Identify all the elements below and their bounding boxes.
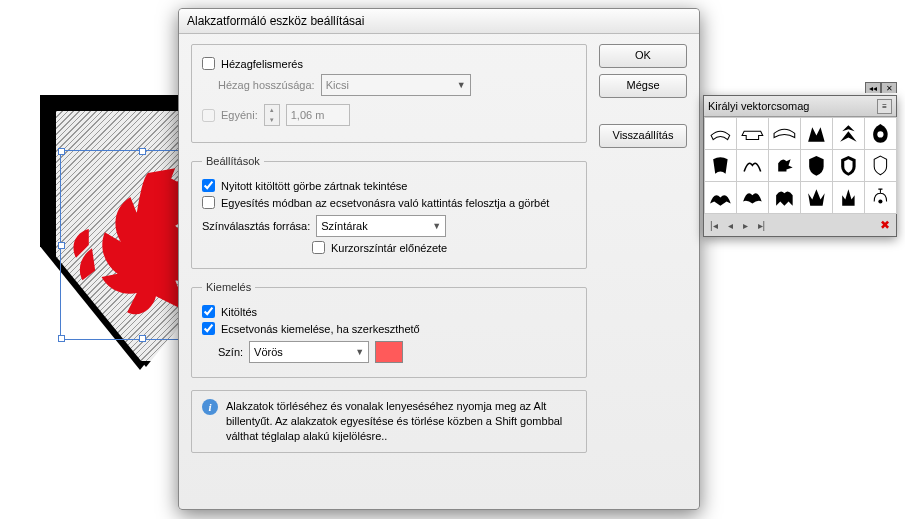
svg-point-1 [878,199,882,203]
highlight-fill-checkbox[interactable] [202,305,215,318]
symbol-item[interactable] [768,117,801,150]
symbols-panel: Királyi vektorcsomag ≡ |◂ ◂ ▸ ▸| [703,95,897,237]
gap-custom-field[interactable]: 1,06 m [286,104,350,126]
gap-length-value: Kicsi [326,79,349,91]
gap-custom-label: Egyéni: [221,109,258,121]
prev-icon[interactable]: ◂ [728,220,733,231]
symbol-item[interactable] [736,149,769,182]
info-icon: i [202,399,218,415]
gap-detect-label: Hézagfelismerés [221,58,303,70]
symbol-item[interactable] [704,181,737,214]
info-box: i Alakzatok törléséhez és vonalak lenyes… [191,390,587,453]
symbol-item[interactable] [768,149,801,182]
symbol-item[interactable] [832,117,865,150]
symbol-item[interactable] [736,117,769,150]
info-text: Alakzatok törléséhez és vonalak lenyesés… [226,399,576,444]
first-icon[interactable]: |◂ [710,220,718,231]
symbol-item[interactable] [704,149,737,182]
gap-length-combo[interactable]: Kicsi ▼ [321,74,471,96]
symbol-item[interactable] [736,181,769,214]
color-source-label: Színválasztás forrása: [202,220,310,232]
symbol-item[interactable] [864,181,897,214]
symbol-item[interactable] [800,181,833,214]
settings-group: Beállítások Nyitott kitöltött görbe zárt… [191,155,587,269]
symbol-item[interactable] [768,181,801,214]
gap-length-label: Hézag hosszúsága: [218,79,315,91]
ok-button[interactable]: OK [599,44,687,68]
last-icon[interactable]: ▸| [758,220,766,231]
reset-button[interactable]: Visszaállítás [599,124,687,148]
highlight-fill-label: Kitöltés [221,306,257,318]
panel-close-icon[interactable]: ✕ [881,82,897,93]
gap-group: Hézagfelismerés Hézag hosszúsága: Kicsi … [191,44,587,143]
symbol-item[interactable] [800,149,833,182]
highlight-color-label: Szín: [218,346,243,358]
shape-builder-options-dialog: Alakzatformáló eszköz beállításai Hézagf… [178,8,700,510]
symbol-item[interactable] [832,181,865,214]
panel-tab-strip: ◂◂ ✕ [865,82,897,93]
next-icon[interactable]: ▸ [743,220,748,231]
cancel-button[interactable]: Mégse [599,74,687,98]
highlight-color-value: Vörös [254,346,283,358]
highlight-color-swatch[interactable] [375,341,403,363]
color-source-value: Színtárak [321,220,367,232]
color-source-combo[interactable]: Színtárak ▼ [316,215,446,237]
merge-split-checkbox[interactable] [202,196,215,209]
cursor-preview-label: Kurzorszíntár előnézete [331,242,447,254]
gap-custom-stepper[interactable]: ▲▼ [264,104,280,126]
symbol-item[interactable] [832,149,865,182]
chevron-down-icon: ▼ [457,80,466,90]
panel-header[interactable]: Királyi vektorcsomag ≡ [704,96,896,117]
chevron-down-icon: ▼ [432,221,441,231]
symbol-item[interactable] [800,117,833,150]
highlight-color-combo[interactable]: Vörös ▼ [249,341,369,363]
panel-title: Királyi vektorcsomag [708,100,809,112]
settings-legend: Beállítások [202,155,264,167]
delete-icon[interactable]: ✖ [880,218,890,232]
gap-custom-checkbox[interactable] [202,109,215,122]
panel-collapse-icon[interactable]: ◂◂ [865,82,881,93]
cursor-preview-checkbox[interactable] [312,241,325,254]
highlight-legend: Kiemelés [202,281,255,293]
gap-detect-checkbox[interactable] [202,57,215,70]
svg-point-0 [877,131,883,137]
highlight-stroke-checkbox[interactable] [202,322,215,335]
dialog-title[interactable]: Alakzatformáló eszköz beállításai [179,9,699,34]
highlight-stroke-label: Ecsetvonás kiemelése, ha szerkeszthető [221,323,420,335]
open-closed-checkbox[interactable] [202,179,215,192]
symbol-item[interactable] [864,149,897,182]
chevron-down-icon: ▼ [355,347,364,357]
symbol-grid [704,117,896,214]
merge-split-label: Egyesítés módban az ecsetvonásra való ka… [221,197,549,209]
symbol-item[interactable] [704,117,737,150]
open-closed-label: Nyitott kitöltött görbe zártnak tekintés… [221,180,407,192]
highlight-group: Kiemelés Kitöltés Ecsetvonás kiemelése, … [191,281,587,378]
panel-footer: |◂ ◂ ▸ ▸| ✖ [704,214,896,236]
panel-menu-icon[interactable]: ≡ [877,99,892,114]
symbol-item[interactable] [864,117,897,150]
